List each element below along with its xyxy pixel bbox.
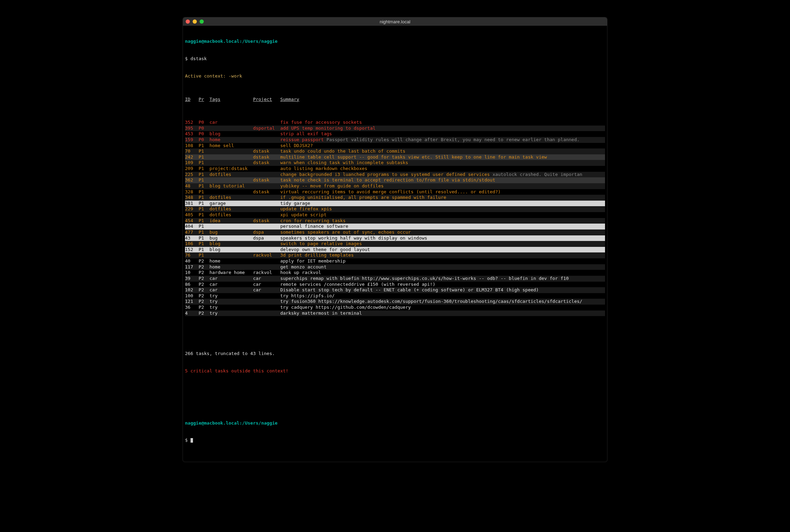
cell-tags: dotfiles (209, 195, 253, 201)
cell-summary: yubikey -- move from guide on dotfiles (280, 183, 605, 189)
cell-tags: home (209, 137, 253, 143)
table-row[interactable]: 362P1dstasktask note check is terminal t… (185, 177, 605, 183)
cell-summary: warn when closing task with incomplete s… (280, 160, 605, 166)
titlebar[interactable]: nightmare.local (183, 17, 607, 26)
cell-id: 39 (185, 276, 199, 282)
cell-id: 225 (185, 172, 199, 178)
cell-pr: P1 (199, 183, 209, 189)
table-row[interactable]: 352P0carfix fuse for accessory sockets (185, 120, 605, 126)
cell-summary: apply for IET membership (280, 258, 605, 264)
cell-tags: blog (209, 241, 253, 247)
cell-summary: try https://ipfs.io/ (280, 293, 605, 299)
cell-summary: superchips remap with bluefin http://www… (280, 276, 605, 282)
cell-pr: P2 (199, 293, 209, 299)
table-row[interactable]: 106P1blogswitch to page relative images (185, 241, 605, 247)
table-row[interactable]: 453P0blogstrip all exif tags (185, 131, 605, 137)
terminal-body[interactable]: naggie@macbook.local:/Users/naggie $ dst… (183, 26, 607, 462)
cell-tags: home sell (209, 143, 253, 149)
table-row[interactable]: 328P1dstaskvirtual reccurring items to a… (185, 189, 605, 195)
table-row[interactable]: 229P1dotfilesupdate firefox xpis (185, 206, 605, 212)
cell-id: 152 (185, 247, 199, 253)
cell-summary: fix fuse for accessory sockets (280, 120, 605, 126)
cell-id: 76 (185, 252, 199, 258)
cell-project: car (253, 276, 280, 282)
cell-tags: bug (209, 229, 253, 235)
cell-tags: car (209, 276, 253, 282)
cell-tags: try (209, 299, 253, 305)
cell-id: 328 (185, 189, 199, 195)
table-row[interactable]: 108P1home sellsell DDJSX2? (185, 143, 605, 149)
cell-pr: P1 (199, 241, 209, 247)
table-row[interactable]: 100P2trytry https://ipfs.io/ (185, 293, 605, 299)
table-row[interactable]: 477P1bugdspasometimes speakers are out o… (185, 229, 605, 235)
footer-count: 266 tasks, truncated to 43 lines. (185, 351, 275, 356)
table-row[interactable]: 102P2carcarDisable start stop tech by de… (185, 287, 605, 293)
cell-pr: P2 (199, 299, 209, 305)
cell-summary: sell DDJSX2? (280, 143, 605, 149)
cell-summary: task undo could undo the last batch of c… (280, 148, 605, 154)
cell-id: 404 (185, 224, 199, 229)
cell-tags: bug (209, 235, 253, 241)
table-row[interactable]: 76P1rackvol3d print drilling templates (185, 252, 605, 258)
table-row[interactable]: 117P2homeget monzo account (185, 264, 605, 270)
cell-id: 454 (185, 218, 199, 224)
table-row[interactable]: 404P1personal finance software (185, 224, 605, 229)
terminal-window: nightmare.local naggie@macbook.local:/Us… (183, 17, 607, 462)
prompt-symbol: $ (185, 437, 191, 443)
table-row[interactable]: 4P2trydarksky mattermost in terminal (185, 311, 605, 316)
cell-tags: try (209, 293, 253, 299)
cell-id: 453 (185, 131, 199, 137)
table-row[interactable]: 454P1ideadstaskcron for recurring tasks (185, 218, 605, 224)
table-row[interactable]: 405P1dotfilesxpi update script (185, 212, 605, 218)
cell-summary: try cadquery https://github.com/dcowden/… (280, 305, 605, 311)
cell-pr: P1 (199, 212, 209, 218)
cell-pr: P1 (199, 143, 209, 149)
col-summary: Summary (280, 97, 605, 103)
table-row[interactable]: 36P2trytry cadquery https://github.com/d… (185, 305, 605, 311)
cell-summary: task note check is terminal to accept re… (280, 177, 605, 183)
cell-project: dsportal (253, 126, 280, 131)
cell-pr: P1 (199, 154, 209, 160)
table-row[interactable]: 381P1garagetidy garage (185, 201, 605, 207)
cell-summary: virtual reccurring items to avoid merge … (280, 189, 605, 195)
cell-project: dspa (253, 235, 280, 241)
cell-summary: try fusion360 https://knowledge.autodesk… (280, 299, 605, 305)
table-row[interactable]: 40P2homeapply for IET membership (185, 258, 605, 264)
table-row[interactable]: 39P2carcarsuperchips remap with bluefin … (185, 276, 605, 282)
table-row[interactable]: 395P0dsportaladd UPS temp monitoring to … (185, 126, 605, 131)
cell-summary: speakers stop working half way with disp… (280, 235, 605, 241)
cell-tags: home (209, 258, 253, 264)
table-row[interactable]: 152P1blogdelevop own theme for good layo… (185, 247, 605, 253)
cell-id: 242 (185, 154, 199, 160)
col-pr: Pr (199, 97, 209, 103)
table-row[interactable]: 159P0homereissue passport Passport valid… (185, 137, 605, 143)
cell-project: dstask (253, 218, 280, 224)
table-row[interactable]: 86P2carcarremote services /connecteddriv… (185, 282, 605, 288)
cell-pr: P1 (199, 201, 209, 207)
cell-pr: P0 (199, 120, 209, 126)
table-row[interactable]: 121P2trytry fusion360 https://knowledge.… (185, 299, 605, 305)
table-row[interactable]: 209P1project:dstaskauto listing markdown… (185, 166, 605, 172)
cell-summary: personal finance software (280, 224, 605, 229)
cell-pr: P2 (199, 264, 209, 270)
table-row[interactable]: 10P2hardware homerackvolhook up rackvol (185, 270, 605, 276)
context-line: Active context: -work (185, 73, 242, 79)
table-row[interactable]: 109P1dstaskwarn when closing task with i… (185, 160, 605, 166)
cell-summary: xpi update script (280, 212, 605, 218)
cell-project: rackvol (253, 252, 280, 258)
cell-pr: P1 (199, 148, 209, 154)
table-row[interactable]: 43P1bugdspaspeakers stop working half wa… (185, 235, 605, 241)
cell-tags: car (209, 282, 253, 288)
cell-note: xautolock crashed. Quite importan (490, 172, 582, 177)
table-row[interactable]: 225P1dotfileschange backgrounded i3 luan… (185, 172, 605, 178)
cell-pr: P2 (199, 282, 209, 288)
cell-tags: garage (209, 201, 253, 207)
table-row[interactable]: 70P1dstasktask undo could undo the last … (185, 148, 605, 154)
cell-pr: P1 (199, 247, 209, 253)
cell-pr: P1 (199, 252, 209, 258)
cell-tags: blog (209, 247, 253, 253)
cell-tags: dotfiles (209, 206, 253, 212)
table-row[interactable]: 348P1dotfilesif .gnupg uninitialised, al… (185, 195, 605, 201)
table-row[interactable]: 48P1blog tutorialyubikey -- move from gu… (185, 183, 605, 189)
table-row[interactable]: 242P1dstaskmultiline table cell support … (185, 154, 605, 160)
